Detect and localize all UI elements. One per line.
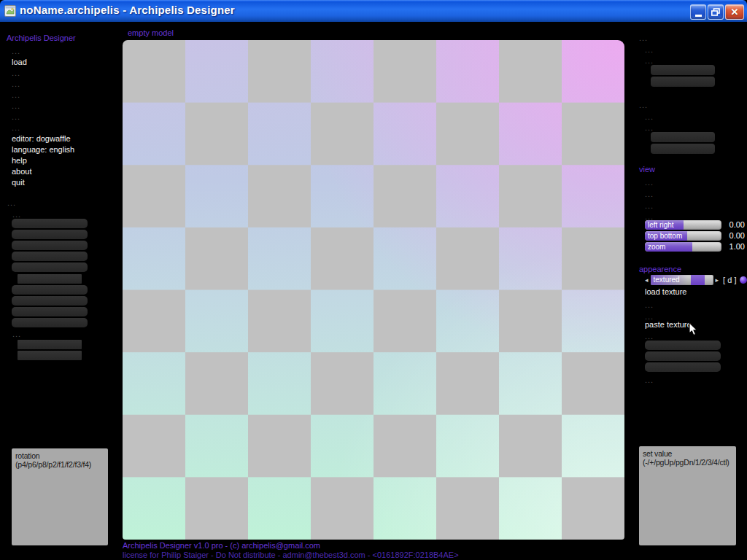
footer-version-line: Archipelis Designer v1.0 pro - (c) archi… <box>123 541 320 550</box>
slider-value: 1.00 <box>729 242 745 251</box>
slider-fill[interactable]: top bottom <box>645 231 687 241</box>
slider-label: zoom <box>648 243 665 251</box>
placeholder-dots: ... <box>639 101 648 109</box>
d-shortcut-label: [ d ] <box>723 276 736 284</box>
paste-texture-item[interactable]: paste texture <box>645 320 692 329</box>
placeholder-dots: ... <box>645 201 654 210</box>
minimize-button[interactable] <box>690 4 706 20</box>
set-value-info-keys: (-/+/pgUp/pgDn/1/2/3/4/ctl) <box>643 458 732 467</box>
next-arrow-icon[interactable]: ▸ <box>716 275 719 285</box>
restore-button[interactable] <box>708 4 724 20</box>
tool-bar-button[interactable] <box>645 351 721 361</box>
tool-bar-button[interactable] <box>12 285 88 295</box>
appearance-section-header: appearence <box>639 265 681 273</box>
sidebar-item-load[interactable]: load <box>12 58 27 66</box>
texture-mode-thumb[interactable] <box>691 275 705 285</box>
close-button[interactable]: ✕ <box>725 4 744 20</box>
placeholder-dots: ... <box>645 190 654 198</box>
sidebar-item-help[interactable]: help <box>12 156 27 165</box>
slider-zoom: zoom 1.00 <box>645 242 745 252</box>
tool-bar-button-inset[interactable] <box>18 351 82 360</box>
placeholder-dots: ... <box>645 300 654 309</box>
tool-bar-button[interactable] <box>651 77 715 87</box>
placeholder-dots: ... <box>645 178 654 187</box>
tool-bar-button[interactable] <box>12 252 88 261</box>
model-canvas[interactable] <box>123 40 624 540</box>
slider-track[interactable]: zoom <box>645 242 721 252</box>
placeholder-dots: ... <box>645 112 654 121</box>
tool-bar-button[interactable] <box>12 241 88 250</box>
slider-track[interactable]: top bottom <box>645 231 721 241</box>
sidebar-item-placeholder: ... <box>12 123 20 132</box>
app-window: { "window": { "title": "noName.archipeli… <box>0 0 747 560</box>
placeholder-dots: ... <box>645 56 654 65</box>
placeholder-dots: ... <box>645 332 654 341</box>
slider-label: top bottom <box>648 232 682 240</box>
minimize-icon <box>695 15 702 17</box>
prev-arrow-icon[interactable]: ◂ <box>645 275 649 285</box>
view-section-header: view <box>639 165 655 174</box>
slider-fill[interactable]: left right <box>645 220 684 230</box>
close-icon: ✕ <box>731 7 739 17</box>
restore-icon <box>711 8 720 16</box>
placeholder-dots: ... <box>645 123 654 132</box>
sidebar-item-placeholder: ... <box>12 112 20 121</box>
tool-bar-button[interactable] <box>645 341 721 350</box>
sidebar-item-placeholder: ... <box>12 69 20 77</box>
sidebar-item-placeholder: ... <box>12 101 20 110</box>
slider-fill[interactable]: zoom <box>645 242 692 252</box>
texture-mode-label: textured <box>654 276 680 284</box>
sidebar-item-placeholder: ... <box>12 90 20 99</box>
tool-bar-button-inset[interactable] <box>18 340 82 349</box>
footer-license-line: license for Philip Staiger - Do Not dist… <box>123 551 459 559</box>
set-value-info-box: set value (-/+/pgUp/pgDn/1/2/3/4/ctl) <box>639 446 736 545</box>
canvas-status-label: empty model <box>128 28 174 37</box>
tool-bar-button[interactable] <box>645 362 721 372</box>
sidebar-item-placeholder: ... <box>12 79 20 88</box>
slider-track[interactable]: left right <box>645 220 721 230</box>
placeholder-dots: ... <box>639 34 648 42</box>
sidebar-item-about[interactable]: about <box>12 167 32 176</box>
tool-bar-button[interactable] <box>12 262 88 272</box>
tool-bar-button[interactable] <box>12 318 88 327</box>
window-titlebar[interactable]: noName.archipelis - Archipelis Designer … <box>0 0 747 22</box>
window-title: noName.archipelis - Archipelis Designer <box>20 4 235 16</box>
slider-left-right: left right 0.00 <box>645 220 745 230</box>
tool-bar-button[interactable] <box>651 65 715 75</box>
sidebar-header: Archipelis Designer <box>7 34 76 42</box>
rotation-info-keys: (p4/p6/p8/p2/f1/f2/f3/f4) <box>15 460 104 469</box>
set-value-info-title: set value <box>643 449 732 458</box>
placeholder-dots: ... <box>7 198 16 207</box>
rotation-info-box: rotation (p4/p6/p8/p2/f1/f2/f3/f4) <box>12 448 108 545</box>
slider-value: 0.00 <box>729 231 745 240</box>
tool-bar-button[interactable] <box>12 230 88 239</box>
slider-value: 0.00 <box>729 220 745 229</box>
load-texture-item[interactable]: load texture <box>645 287 686 296</box>
placeholder-dots: ... <box>645 376 654 384</box>
rotation-info-title: rotation <box>15 451 104 460</box>
sidebar-item-editor[interactable]: editor: dogwaffle <box>12 134 71 143</box>
tool-bar-button[interactable] <box>12 307 88 316</box>
slider-top-bottom: top bottom 0.00 <box>645 231 745 241</box>
tool-bar-button[interactable] <box>651 144 715 154</box>
tool-bar-button[interactable] <box>651 132 715 142</box>
app-icon <box>4 5 16 17</box>
sidebar-item-language[interactable]: language: english <box>12 145 74 154</box>
tool-bar-button[interactable] <box>12 296 88 306</box>
sidebar-item-quit[interactable]: quit <box>12 178 25 187</box>
tool-bar-button[interactable] <box>12 219 88 228</box>
slider-label: left right <box>648 221 674 229</box>
placeholder-dots: ... <box>12 330 21 338</box>
tool-bar-button-inset[interactable] <box>18 274 82 284</box>
placeholder-dots: ... <box>12 210 21 219</box>
texture-mode-track[interactable]: textured <box>651 275 713 285</box>
placeholder-dots: ... <box>645 45 654 54</box>
orb-icon[interactable] <box>740 276 747 284</box>
texture-mode-spinner: ◂ textured ▸ [ d ] <box>645 275 747 285</box>
sidebar-item-placeholder: ... <box>12 47 20 55</box>
